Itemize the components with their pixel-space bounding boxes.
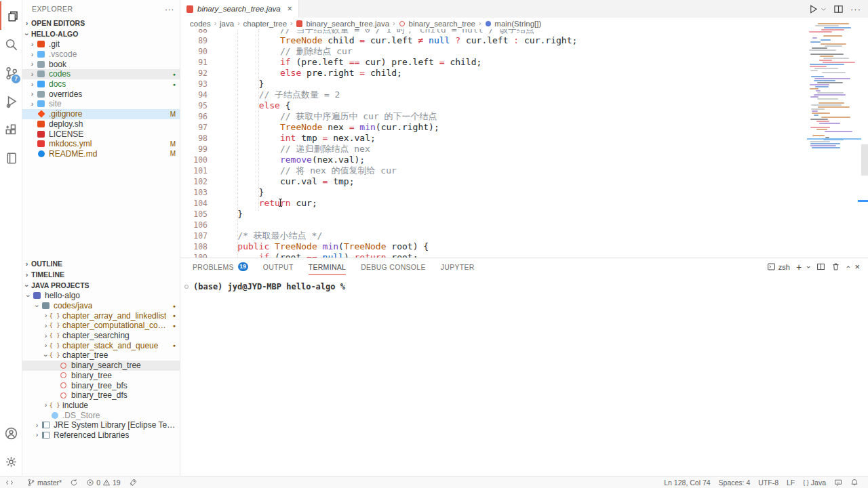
tree-item-docs[interactable]: ›docs● <box>22 79 180 89</box>
workspace-root-section[interactable]: › HELLO-ALGO <box>22 28 180 39</box>
tree-item-.ds_store[interactable]: .DS_Store <box>22 410 180 420</box>
more-actions-icon[interactable]: ··· <box>165 4 174 14</box>
code-line-101[interactable]: 101 // 将 nex 的值复制给 cur <box>180 165 868 176</box>
panel-tab-jupyter[interactable]: JUPYTER <box>441 258 475 275</box>
activity-bar-item-source-control[interactable]: 7 <box>0 58 22 87</box>
tree-item-chapter_array_and_linkedlist[interactable]: ›{ }chapter_array_and_linkedlist● <box>22 310 180 321</box>
run-dropdown-icon[interactable] <box>821 4 827 14</box>
code-line-95[interactable]: 95 else { <box>180 100 868 111</box>
open-editors-section[interactable]: › OPEN EDITORS <box>22 18 180 28</box>
run-java-button[interactable] <box>808 4 818 14</box>
minimap[interactable] <box>808 23 859 149</box>
git-branch-status[interactable]: master* <box>23 476 66 488</box>
breadcrumb-chapter_tree[interactable]: chapter_tree <box>243 20 287 28</box>
code-line-109[interactable]: 109 if (root == null) return root; <box>180 252 868 258</box>
tree-item-chapter_tree[interactable]: ›{ }chapter_tree <box>22 350 180 361</box>
tree-item-overrides[interactable]: ›overrides <box>22 89 180 99</box>
tree-item-chapter_searching[interactable]: ›{ }chapter_searching <box>22 331 180 341</box>
maximize-panel-icon[interactable]: › <box>844 266 852 268</box>
tree-item-chapter_computational_complexity[interactable]: ›{ }chapter_computational_complexity● <box>22 321 180 331</box>
close-icon[interactable]: × <box>288 4 292 14</box>
activity-bar-item-extensions[interactable] <box>0 115 22 144</box>
kill-terminal-trash-icon[interactable] <box>831 262 840 271</box>
tree-item-site[interactable]: ›site <box>22 99 180 109</box>
tree-item-codesjava[interactable]: ›codes/java● <box>22 301 180 311</box>
tree-item-.git[interactable]: ›.git <box>22 39 180 49</box>
code-line-97[interactable]: 97 TreeNode nex = min(cur.right); <box>180 122 868 133</box>
notifications-button[interactable] <box>846 476 863 488</box>
code-line-94[interactable]: 94 // 子结点数量 = 2 <box>180 89 868 100</box>
breadcrumb-binary_search_tree[interactable]: binary_search_tree <box>399 20 475 28</box>
code-line-92[interactable]: 92 else pre.right = child; <box>180 68 868 79</box>
code-editor[interactable]: 88 // 当子结点数量 = 0 / 1 时， child = null / 该… <box>180 29 868 258</box>
split-editor-icon[interactable] <box>833 4 844 14</box>
editor-scrollbar[interactable] <box>861 144 868 176</box>
panel-tab-output[interactable]: OUTPUT <box>263 258 294 275</box>
java-projects-section[interactable]: › JAVA PROJECTS <box>22 280 180 291</box>
new-terminal-button[interactable]: + <box>796 262 802 272</box>
breadcrumb-java[interactable]: java <box>220 20 234 28</box>
tree-item-mkdocs.yml[interactable]: mkdocs.ymlM <box>22 139 180 149</box>
breadcrumb-codes[interactable]: codes <box>190 20 211 28</box>
code-line-91[interactable]: 91 if (pre.left == cur) pre.left = child… <box>180 57 868 68</box>
code-line-100[interactable]: 100 remove(nex.val); <box>180 155 868 165</box>
code-line-96[interactable]: 96 // 获取中序遍历中 cur 的下一个结点 <box>180 111 868 122</box>
feedback-button[interactable] <box>830 476 846 488</box>
tree-item-license[interactable]: LICENSE <box>22 129 180 139</box>
code-line-107[interactable]: 107 /* 获取最小结点 */ <box>180 230 868 241</box>
breadcrumb-mainstring[interactable]: main(String[]) <box>484 20 541 28</box>
tree-item-codes[interactable]: ›codes● <box>22 69 180 79</box>
tree-item-deploy.sh[interactable]: deploy.sh <box>22 119 180 129</box>
terminal-shell-select[interactable]: zsh <box>767 262 790 271</box>
outline-section[interactable]: › OUTLINE <box>22 258 180 269</box>
activity-bar-item-explorer[interactable] <box>0 1 22 30</box>
encoding-setting[interactable]: UTF-8 <box>754 476 783 488</box>
tree-item-binary_tree_bfs[interactable]: binary_tree_bfs <box>22 380 180 390</box>
tree-item-jresystemlibraryeclipsetemurin1717....[interactable]: ›JRE System Library [Eclipse Temurin 17 … <box>22 420 180 430</box>
problems-status[interactable]: 0 19 <box>82 476 125 488</box>
tree-item-binary_tree_dfs[interactable]: binary_tree_dfs <box>22 390 180 401</box>
more-actions-icon[interactable]: ··· <box>850 4 861 14</box>
code-line-102[interactable]: 102 cur.val = tmp; <box>180 176 868 187</box>
breadcrumb-binary_search_tree.java[interactable]: binary_search_tree.java <box>296 20 389 28</box>
eol-setting[interactable]: LF <box>783 476 799 488</box>
remote-indicator[interactable] <box>0 476 19 488</box>
code-line-99[interactable]: 99 // 递归删除结点 nex <box>180 144 868 155</box>
tree-item-.gitignore[interactable]: .gitignoreM <box>22 109 180 119</box>
activity-bar-item-settings[interactable] <box>0 447 22 476</box>
indentation-setting[interactable]: Spaces: 4 <box>715 476 755 488</box>
cursor-position[interactable]: Ln 128, Col 74 <box>660 476 714 488</box>
code-line-106[interactable]: 106 <box>180 220 868 230</box>
tab-binary-search-tree[interactable]: binary_search_tree.java × <box>180 0 299 18</box>
code-line-90[interactable]: 90 // 删除结点 cur <box>180 46 868 57</box>
code-line-88[interactable]: 88 // 当子结点数量 = 0 / 1 时， child = null / 该… <box>180 29 868 35</box>
tree-item-binary_tree[interactable]: binary_tree <box>22 371 180 381</box>
tree-item-readme.md[interactable]: README.mdM <box>22 149 180 159</box>
code-line-104[interactable]: 104 return cur; <box>180 198 868 209</box>
close-panel-icon[interactable]: × <box>854 262 860 272</box>
code-line-89[interactable]: 89 TreeNode child = cur.left ≠ null ? cu… <box>180 35 868 46</box>
sync-status[interactable] <box>66 476 82 488</box>
tree-item-include[interactable]: ›{ }include <box>22 401 180 411</box>
activity-bar-item-notebook[interactable] <box>0 144 22 172</box>
tree-item-.vscode[interactable]: ›.vscode <box>22 49 180 60</box>
split-terminal-icon[interactable] <box>816 262 825 271</box>
code-line-103[interactable]: 103 } <box>180 187 868 198</box>
activity-bar-item-search[interactable] <box>0 30 22 58</box>
chevron-down-icon[interactable]: › <box>805 266 813 268</box>
code-line-105[interactable]: 105 } <box>180 209 868 220</box>
timeline-section[interactable]: › TIMELINE <box>22 269 180 280</box>
activity-bar-item-account[interactable] <box>0 419 22 447</box>
code-line-108[interactable]: 108 public TreeNode min(TreeNode root) { <box>180 241 868 252</box>
panel-tab-problems[interactable]: PROBLEMS19 <box>193 258 248 275</box>
language-mode[interactable]: { } Java <box>799 476 830 488</box>
terminal[interactable]: (base) jyd@JYD-MBP hello-algo % <box>180 275 868 291</box>
code-line-98[interactable]: 98 int tmp = nex.val; <box>180 133 868 144</box>
tree-item-book[interactable]: ›book <box>22 59 180 69</box>
tree-item-hello-algo[interactable]: ›hello-algo <box>22 291 180 301</box>
tree-item-binary_search_tree[interactable]: binary_search_tree <box>22 361 180 371</box>
activity-bar-item-run-debug[interactable] <box>0 87 22 115</box>
tree-item-referencedlibraries[interactable]: ›Referenced Libraries <box>22 430 180 441</box>
java-server-mode[interactable] <box>125 476 141 488</box>
code-line-93[interactable]: 93 } <box>180 79 868 89</box>
